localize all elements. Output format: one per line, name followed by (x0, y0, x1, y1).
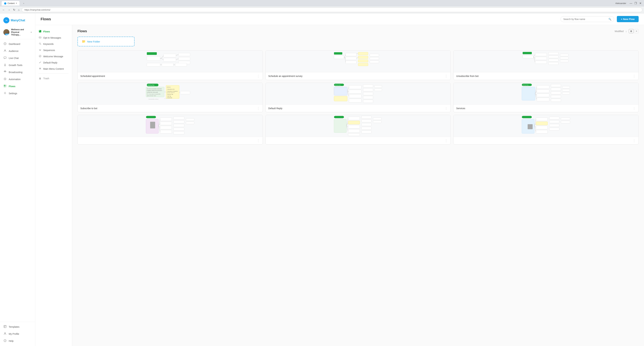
sidebar-item-dashboard[interactable]: Dashboard (0, 41, 35, 48)
minimize-btn[interactable]: — (629, 1, 633, 5)
flow-card-extra3[interactable]: ⋮ (453, 115, 639, 144)
sidebar-account[interactable]: PRO Wellness and Physical Therapy... ▾ (0, 27, 35, 39)
svg-rect-96 (522, 87, 535, 100)
svg-text:Example Sequence: Example Sequence (167, 92, 174, 93)
svg-rect-41 (346, 61, 356, 64)
browser-tab-active[interactable]: ⬤ Content ✕ (2, 1, 20, 6)
sidebar-item-live-chat[interactable]: Live Chat (0, 55, 35, 62)
grid-view-btn[interactable]: ⊞ (629, 29, 634, 33)
new-flow-button[interactable]: + New Flow (617, 16, 639, 22)
svg-rect-133 (362, 127, 372, 129)
sidebar-item-flows[interactable]: Flows (0, 83, 35, 90)
svg-rect-130 (362, 116, 372, 119)
sidebar-item-automation[interactable]: Automation (0, 76, 35, 83)
svg-rect-88 (363, 88, 373, 91)
svg-rect-44 (358, 60, 368, 62)
forward-btn[interactable]: → (7, 8, 11, 12)
browser-window-buttons: — ❐ ✕ (629, 1, 642, 5)
search-box[interactable]: 🔍 (560, 16, 614, 22)
flow-card-extra1[interactable]: ⋮ (78, 115, 263, 144)
svg-rect-114 (160, 126, 172, 129)
flows-area: Flows Modified ↓ ⊞ ≡ 📁 New Folder (72, 25, 644, 346)
sidebar-item-broadcasting[interactable]: Broadcasting (0, 69, 35, 76)
flow-card-unsubscribe[interactable]: Unsubscribe from bot ⋮ (453, 50, 639, 80)
svg-rect-115 (160, 130, 172, 133)
svg-rect-103 (551, 92, 561, 94)
secondary-nav-item-flows[interactable]: Flows (35, 28, 72, 35)
flow-card-menu-extra3[interactable]: ⋮ (632, 139, 636, 142)
flow-card-menu-default-reply[interactable]: ⋮ (444, 107, 448, 110)
flow-card-menu-subscribe[interactable]: ⋮ (256, 107, 260, 110)
svg-rect-102 (551, 88, 561, 91)
new-folder-card[interactable]: 📁 New Folder (78, 37, 134, 46)
svg-point-12 (5, 93, 6, 93)
secondary-nav-item-sequences[interactable]: Sequences (35, 47, 72, 53)
secondary-nav-item-keywords[interactable]: Keywords (35, 41, 72, 47)
svg-rect-126 (348, 121, 360, 124)
url-text: https://manychat.com/cms/ (24, 9, 50, 11)
svg-rect-58 (560, 54, 568, 56)
flow-card-menu-extra2[interactable]: ⋮ (444, 139, 448, 142)
flow-card-menu-schedule-survey[interactable]: ⋮ (444, 74, 448, 78)
flow-card-menu-services[interactable]: ⋮ (632, 107, 636, 110)
refresh-btn[interactable]: ↻ (12, 8, 16, 12)
sidebar-item-settings[interactable]: Settings (0, 90, 35, 97)
flow-card-footer-scheduled-appointment: Scheduled appointment ⋮ (78, 72, 263, 80)
sidebar-item-help[interactable]: ? Help (0, 337, 35, 344)
svg-rect-146 (550, 124, 560, 127)
svg-rect-120 (174, 131, 184, 134)
svg-rect-45 (358, 63, 368, 66)
maximize-btn[interactable]: ❐ (634, 1, 638, 5)
svg-rect-117 (174, 120, 184, 123)
secondary-nav-item-default-reply[interactable]: Default Reply (35, 59, 72, 66)
svg-rect-128 (348, 129, 360, 132)
flow-card-extra2[interactable]: ⋮ (266, 115, 451, 144)
search-icon: 🔍 (608, 18, 611, 21)
app-wrapper: ManyChat PRO Wellness and Physical Thera… (0, 13, 644, 346)
browser-tab-inactive[interactable]: + (21, 1, 26, 5)
sidebar-item-templates[interactable]: Templates (0, 323, 35, 330)
svg-point-2 (5, 43, 5, 44)
svg-point-16 (4, 332, 6, 333)
sidebar-item-label-automation: Automation (9, 78, 21, 81)
logo-icon (3, 17, 10, 23)
secondary-nav-item-opt-in[interactable]: Opt-In Messages (35, 35, 72, 41)
flow-card-default-reply[interactable]: Starting Step Default Reply ⋮ (266, 83, 451, 112)
flow-card-subscribe[interactable]: Starting Step You have successfully subs… (78, 83, 263, 112)
back-btn[interactable]: ← (2, 8, 6, 12)
address-bar[interactable]: https://manychat.com/cms/ (22, 8, 642, 12)
sidebar-item-audience[interactable]: Audience (0, 48, 35, 55)
sidebar-item-label-audience: Audience (9, 50, 18, 52)
svg-rect-127 (348, 125, 360, 128)
svg-rect-121 (186, 118, 194, 121)
flow-card-menu-unsubscribe[interactable]: ⋮ (632, 74, 636, 78)
flow-card-menu-extra1[interactable]: ⋮ (256, 139, 260, 142)
close-btn[interactable]: ✕ (638, 1, 642, 5)
secondary-nav-item-main-menu[interactable]: Main Menu Content (35, 66, 72, 72)
sidebar-item-growth-tools[interactable]: Growth Tools (0, 62, 35, 69)
svg-rect-43 (358, 56, 368, 59)
svg-rect-92 (374, 85, 382, 88)
svg-rect-38 (334, 56, 344, 59)
secondary-nav-item-welcome[interactable]: Welcome Message (35, 53, 72, 59)
svg-rect-11 (5, 86, 6, 87)
flow-card-schedule-survey[interactable]: Schedule an appointment survey ⋮ (266, 50, 451, 80)
flow-card-services[interactable]: Starting Step Services ⋮ (453, 83, 639, 112)
flows-section-header: Flows Modified ↓ ⊞ ≡ (78, 29, 639, 33)
svg-rect-113 (160, 122, 172, 125)
list-view-btn[interactable]: ≡ (634, 29, 639, 33)
account-name: Wellness and Physical Therapy... (11, 28, 29, 36)
svg-rect-9 (5, 85, 6, 86)
tab-close-btn[interactable]: ✕ (16, 2, 17, 4)
search-input[interactable] (563, 18, 607, 21)
sidebar-item-my-profile[interactable]: My Profile (0, 330, 35, 337)
secondary-nav-label-flows: Flows (43, 30, 50, 33)
flow-card-scheduled-appointment[interactable]: Scheduled appointment ⋮ (78, 50, 263, 80)
sort-label: Modified (615, 30, 624, 33)
welcome-secondary-icon (38, 55, 42, 58)
flow-card-menu-scheduled-appointment[interactable]: ⋮ (256, 74, 260, 78)
home-btn[interactable]: ⌂ (17, 8, 20, 12)
svg-rect-105 (551, 99, 561, 102)
sidebar-item-trash[interactable]: 🗑 Trash (35, 75, 72, 81)
svg-rect-97 (537, 85, 549, 89)
